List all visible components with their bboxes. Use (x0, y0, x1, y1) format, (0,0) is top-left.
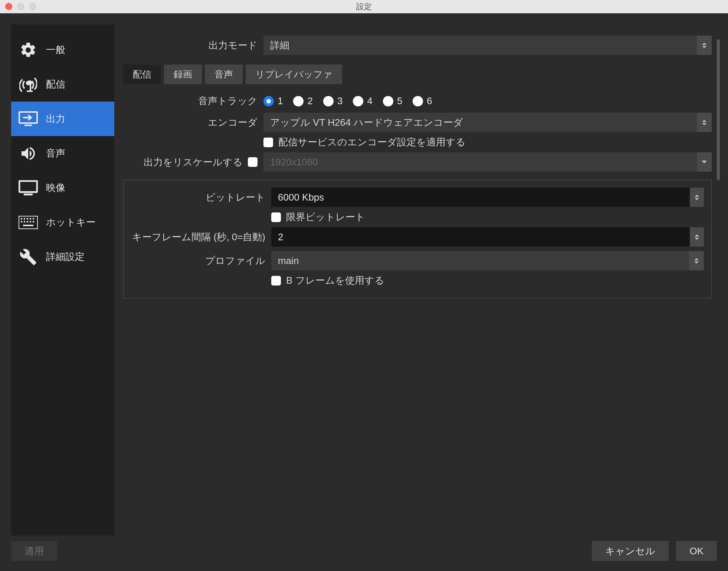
chevron-up-down-icon (697, 36, 712, 55)
rescale-resolution-select[interactable]: 1920x1080 (263, 152, 712, 172)
svg-rect-15 (23, 225, 33, 226)
sidebar-item-hotkeys[interactable]: ホットキー (11, 205, 114, 240)
keyframe-input[interactable]: 2 (271, 227, 704, 247)
radio-icon (323, 96, 334, 106)
sidebar-item-output[interactable]: 出力 (11, 102, 114, 136)
audio-track-group: 1 2 3 4 5 6 (263, 95, 432, 107)
minimize-window-button[interactable] (17, 3, 24, 10)
traffic-lights (0, 3, 36, 10)
keyframe-label: キーフレーム間隔 (秒, 0=自動) (124, 231, 271, 244)
svg-rect-8 (30, 218, 31, 220)
svg-rect-1 (24, 125, 32, 126)
sidebar-item-label: 配信 (46, 78, 65, 91)
audio-track-1[interactable]: 1 (263, 95, 283, 107)
profile-value: main (278, 255, 299, 267)
sidebar-item-label: ホットキー (46, 216, 96, 229)
gear-icon (18, 41, 39, 59)
settings-sidebar: 一般 配信 出力 音声 (11, 24, 114, 535)
chevron-down-icon (697, 152, 712, 172)
tab-audio[interactable]: 音声 (205, 65, 243, 84)
sidebar-item-video[interactable]: 映像 (11, 171, 114, 205)
bitrate-input[interactable]: 6000 Kbps (271, 188, 704, 207)
checkbox-icon (263, 138, 273, 147)
output-mode-label: 出力モード (123, 39, 263, 52)
audio-track-2[interactable]: 2 (293, 95, 312, 107)
ok-button[interactable]: OK (676, 541, 717, 561)
svg-rect-14 (33, 221, 34, 222)
svg-rect-10 (21, 221, 22, 222)
svg-rect-12 (27, 221, 28, 222)
use-bframes-checkbox[interactable]: B フレームを使用する (271, 274, 384, 287)
broadcast-icon (18, 76, 39, 93)
output-mode-value: 詳細 (270, 39, 289, 52)
keyframe-value: 2 (278, 231, 283, 243)
limit-bitrate-checkbox[interactable]: 限界ビットレート (271, 211, 365, 224)
svg-rect-7 (27, 218, 28, 220)
tab-replay-buffer[interactable]: リプレイバッファ (246, 65, 342, 84)
tab-record[interactable]: 録画 (164, 65, 202, 84)
svg-rect-13 (30, 221, 31, 222)
window-title: 設定 (0, 1, 728, 12)
chevron-up-down-icon (689, 251, 704, 270)
sidebar-item-label: 詳細設定 (46, 250, 85, 263)
profile-label: プロファイル (124, 254, 271, 267)
sidebar-item-audio[interactable]: 音声 (11, 136, 114, 171)
scrollbar[interactable] (717, 39, 720, 180)
stepper-icon (690, 227, 704, 247)
maximize-window-button[interactable] (29, 3, 36, 10)
audio-track-5[interactable]: 5 (383, 95, 402, 107)
sidebar-item-label: 音声 (46, 147, 65, 160)
titlebar: 設定 (0, 0, 728, 13)
sidebar-item-label: 映像 (46, 181, 65, 194)
svg-rect-2 (19, 181, 37, 192)
svg-rect-11 (24, 221, 25, 222)
bitrate-value: 6000 Kbps (278, 192, 324, 203)
chevron-up-down-icon (697, 113, 712, 132)
radio-icon (263, 96, 274, 106)
radio-icon (353, 96, 363, 106)
encoder-value: アップル VT H264 ハードウェアエンコーダ (270, 116, 463, 129)
radio-icon (413, 96, 423, 106)
radio-icon (383, 96, 393, 106)
output-icon (18, 111, 39, 127)
encoder-label: エンコーダ (123, 116, 263, 129)
svg-rect-5 (21, 218, 22, 220)
profile-select[interactable]: main (271, 251, 704, 270)
encoder-select[interactable]: アップル VT H264 ハードウェアエンコーダ (263, 113, 712, 132)
audio-track-4[interactable]: 4 (353, 95, 372, 107)
rescale-value: 1920x1080 (270, 156, 318, 168)
svg-rect-3 (24, 194, 33, 195)
sidebar-item-label: 出力 (46, 112, 65, 125)
keyboard-icon (18, 216, 39, 229)
monitor-icon (18, 180, 39, 196)
sidebar-item-label: 一般 (46, 43, 65, 56)
rescale-checkbox[interactable] (248, 157, 258, 167)
close-window-button[interactable] (5, 3, 12, 10)
tools-icon (18, 248, 39, 266)
main-panel: 出力モード 詳細 配信 録画 音声 リプレイバッファ (123, 24, 719, 535)
apply-service-encoder-checkbox[interactable]: 配信サービスのエンコーダ設定を適用する (263, 136, 466, 149)
cancel-button[interactable]: キャンセル (592, 541, 669, 561)
rescale-label: 出力をリスケールする (144, 156, 243, 169)
dialog-footer: 適用 キャンセル OK (0, 535, 728, 571)
encoder-settings-group: ビットレート 6000 Kbps 限界ビットレート (123, 180, 712, 298)
audio-track-6[interactable]: 6 (413, 95, 432, 107)
audio-track-3[interactable]: 3 (323, 95, 342, 107)
audio-track-label: 音声トラック (123, 95, 263, 108)
sidebar-item-stream[interactable]: 配信 (11, 67, 114, 102)
svg-rect-6 (24, 218, 25, 220)
output-tabs: 配信 録画 音声 リプレイバッファ (123, 65, 712, 84)
sidebar-item-general[interactable]: 一般 (11, 33, 114, 67)
checkbox-icon (271, 276, 281, 286)
apply-button[interactable]: 適用 (11, 541, 57, 561)
output-mode-select[interactable]: 詳細 (263, 36, 712, 55)
bitrate-label: ビットレート (124, 191, 271, 204)
checkbox-icon (271, 212, 281, 222)
speaker-icon (18, 145, 39, 162)
sidebar-item-advanced[interactable]: 詳細設定 (11, 240, 114, 274)
radio-icon (293, 96, 304, 106)
stepper-icon (690, 188, 704, 207)
svg-rect-9 (33, 218, 34, 220)
tab-stream[interactable]: 配信 (123, 65, 161, 84)
